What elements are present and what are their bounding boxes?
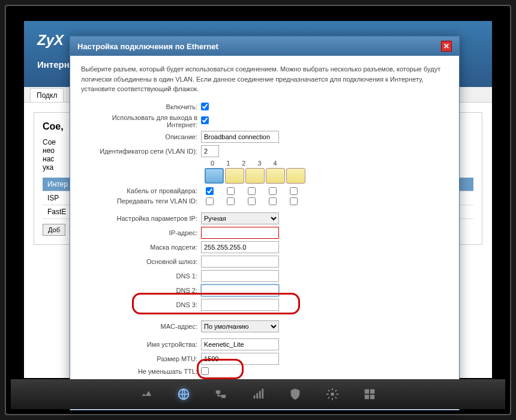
footer-nav [11,379,505,409]
shield-icon[interactable] [289,388,302,401]
port-0[interactable] [205,168,224,184]
label-mtu: Размер MTU: [81,355,201,362]
dns2-input[interactable] [201,284,279,296]
subnet-mask-input[interactable] [201,241,279,253]
port-numbers: 0 1 2 3 4 [211,160,448,167]
label-dns3: DNS 3: [81,301,201,308]
mac-address-select[interactable]: По умолчанию [201,320,279,332]
label-provider-cable: Кабель от провайдера: [81,187,201,194]
dialog-titlebar: Настройка подключения по Ethernet ✕ [70,37,459,56]
cable-port-2-checkbox[interactable] [248,187,256,195]
svg-rect-1 [216,391,220,394]
use-internet-checkbox[interactable] [201,116,209,124]
gear-icon[interactable] [326,388,339,401]
svg-rect-8 [365,389,369,394]
wifi-icon[interactable] [251,388,265,401]
gateway-input[interactable] [201,256,279,268]
dns1-input[interactable] [201,270,279,282]
label-device-name: Имя устройства: [81,341,201,348]
port-1[interactable] [225,168,244,184]
label-enable: Включить: [81,103,201,110]
vlan-tag-port-3-checkbox[interactable] [269,197,277,205]
label-gateway: Основной шлюз: [81,258,201,265]
close-icon[interactable]: ✕ [441,41,452,52]
ttl-checkbox[interactable] [201,367,209,375]
port-label-4: 4 [274,160,277,167]
label-subnet-mask: Маска подсети: [81,244,201,251]
label-no-ttl-decr: Не уменьшать TTL: [81,368,201,375]
network-icon[interactable] [214,388,227,401]
enable-checkbox[interactable] [201,103,209,110]
dns3-input[interactable] [201,299,279,311]
svg-rect-11 [370,395,374,399]
port-3[interactable] [266,168,285,184]
vlan-tag-port-0-checkbox[interactable] [206,197,214,205]
label-description: Описание: [81,133,201,140]
label-dns2: DNS 2: [81,287,201,294]
svg-rect-6 [262,389,263,399]
vlan-tag-port-4-checkbox[interactable] [290,197,298,205]
description-input[interactable] [201,131,279,143]
vlan-id-input[interactable] [201,145,219,157]
svg-rect-9 [370,389,374,394]
cable-port-0-checkbox[interactable] [206,187,214,195]
label-ip-mode: Настройка параметров IP: [81,215,201,222]
dialog-body: Выберите разъем, который будет использов… [70,56,459,410]
port-label-1: 1 [226,160,230,167]
tab-connections[interactable]: Подкл [30,88,64,102]
cable-port-4-checkbox[interactable] [290,187,298,195]
label-mac-address: MAC-адрес: [81,323,201,330]
vlan-tag-port-2-checkbox[interactable] [248,197,256,205]
label-ip-address: IP-адрес: [81,229,201,236]
apps-icon[interactable] [363,388,376,401]
port-4[interactable] [286,168,305,184]
mtu-input[interactable] [201,353,279,365]
port-label-3: 3 [257,160,261,167]
monitor-icon[interactable] [140,388,153,401]
screenshot-frame: ZyX Интерн Подкл Сое, Сое нео нас ука Ин… [5,5,511,415]
svg-rect-4 [256,393,258,398]
port-label-0: 0 [211,160,214,167]
port-label-2: 2 [242,160,245,167]
dialog-intro-text: Выберите разъем, который будет использов… [81,64,448,94]
label-use-internet: Использовать для выхода в Интернет: [81,114,201,128]
label-vlan-id: Идентификатор сети (VLAN ID): [81,148,201,155]
port-selector [205,168,448,184]
dialog-title: Настройка подключения по Ethernet [77,42,218,51]
globe-icon[interactable] [177,388,190,401]
device-name-input[interactable] [201,338,279,350]
ethernet-settings-dialog: Настройка подключения по Ethernet ✕ Выбе… [70,36,460,410]
add-button[interactable]: Доб [43,224,65,236]
ip-mode-select[interactable]: Ручная [201,212,279,224]
cable-port-3-checkbox[interactable] [269,187,277,195]
svg-rect-2 [221,395,226,398]
label-vlan-tags: Передавать теги VLAN ID: [81,197,201,205]
port-2[interactable] [245,168,265,184]
cable-port-1-checkbox[interactable] [227,187,235,195]
ip-address-input[interactable] [201,227,279,239]
svg-rect-5 [259,391,261,399]
vlan-tag-port-1-checkbox[interactable] [227,197,235,205]
svg-rect-3 [254,395,256,399]
label-dns1: DNS 1: [81,272,201,280]
svg-point-7 [331,392,334,396]
svg-rect-10 [365,395,369,399]
